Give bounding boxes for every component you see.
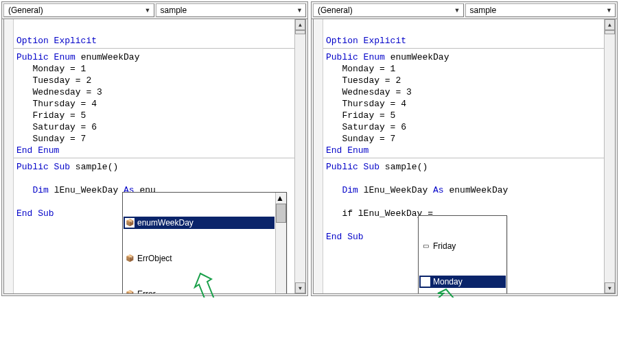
object-dropdown[interactable]: (General) ▼ — [313, 3, 464, 17]
intellisense-label: Error — [137, 289, 156, 293]
kw-option: Option Explicit — [16, 36, 97, 46]
left-pane: (General) ▼ sample ▼ Option Explicit Pub… — [1, 1, 308, 296]
dropdown-row: (General) ▼ sample ▼ — [312, 2, 617, 19]
root-container: (General) ▼ sample ▼ Option Explicit Pub… — [0, 0, 619, 298]
intellisense-item[interactable]: ▭Monday — [419, 276, 506, 288]
enum-name: enumWeekDay — [81, 52, 140, 62]
enum-member: Thursday = 4 — [32, 99, 97, 109]
class-icon: 📦 — [125, 289, 135, 293]
constant-icon: ▭ — [421, 277, 430, 287]
enum-member: Saturday = 6 — [342, 122, 406, 132]
scroll-down-icon[interactable]: ▼ — [605, 282, 615, 293]
intellisense-list: 📦enumWeekDay 📦ErrObject 📦Error 📦ErrorBar… — [123, 193, 275, 293]
chevron-down-icon: ▼ — [454, 7, 460, 14]
enum-member: Wednesday = 3 — [342, 87, 411, 97]
code-divider — [323, 48, 604, 49]
scroll-up-icon[interactable]: ▲ — [295, 19, 305, 30]
sub-decl: sample() — [385, 162, 428, 172]
chevron-down-icon: ▼ — [606, 7, 612, 14]
code-divider — [14, 48, 294, 49]
intellisense-popup[interactable]: ▭Friday ▭Monday ▭Saturday ▭Sunday ▭Thurs… — [418, 215, 507, 293]
intellisense-item[interactable]: 📦ErrObject — [124, 252, 275, 265]
intellisense-item[interactable]: 📦enumWeekDay — [124, 217, 275, 229]
right-pane: (General) ▼ sample ▼ Option Explicit Pub… — [311, 1, 618, 296]
editor-scrollbar[interactable]: ▲ ▼ — [604, 19, 615, 293]
code-editor-wrap: Option Explicit Public Enum enumWeekDay … — [313, 19, 616, 294]
dim-var: lEnu_WeekDay — [364, 185, 428, 195]
chevron-down-icon: ▼ — [296, 7, 303, 14]
intellisense-label: ErrObject — [137, 253, 172, 264]
enum-name: enumWeekDay — [390, 52, 449, 62]
enum-member: Sunday = 7 — [32, 134, 86, 144]
enum-member: Sunday = 7 — [342, 134, 395, 144]
kw-public-enum: Public Enum — [16, 52, 75, 62]
dim-var: lEnu_WeekDay — [54, 185, 119, 195]
object-dropdown-value: (General) — [318, 5, 353, 15]
enum-member: Tuesday = 2 — [32, 75, 91, 86]
kw-end-enum: End Enum — [16, 145, 59, 156]
editor-scrollbar[interactable]: ▲ ▼ — [294, 19, 305, 293]
enum-member: Wednesday = 3 — [32, 87, 102, 97]
enum-member: Monday = 1 — [32, 64, 86, 74]
enum-member: Thursday = 4 — [342, 99, 406, 109]
scroll-up-icon[interactable]: ▲ — [605, 19, 615, 30]
intellisense-label: enumWeekDay — [137, 217, 194, 228]
kw-end-sub: End Sub — [16, 208, 54, 219]
code-editor-wrap: Option Explicit Public Enum enumWeekDay … — [3, 19, 306, 294]
enum-member: Friday = 5 — [32, 110, 86, 121]
intellisense-popup[interactable]: 📦enumWeekDay 📦ErrObject 📦Error 📦ErrorBar… — [122, 192, 287, 293]
intellisense-scrollbar[interactable]: ▲ ▼ — [275, 193, 286, 293]
kw-dim: Dim — [342, 185, 358, 195]
procedure-dropdown[interactable]: sample ▼ — [156, 3, 307, 17]
kw-option: Option Explicit — [326, 36, 406, 46]
procedure-dropdown-value: sample — [161, 5, 187, 15]
chevron-down-icon: ▼ — [145, 7, 151, 14]
code-editor[interactable]: Option Explicit Public Enum enumWeekDay … — [323, 19, 604, 293]
intellisense-label: Friday — [433, 241, 456, 252]
kw-dim: Dim — [32, 185, 48, 195]
split-handle[interactable] — [295, 30, 305, 34]
kw-public-sub: Public Sub — [326, 162, 379, 172]
code-editor[interactable]: Option Explicit Public Enum enumWeekDay … — [14, 19, 294, 293]
editor-gutter — [314, 19, 323, 293]
code-divider — [323, 158, 604, 158]
object-dropdown-value: (General) — [8, 5, 43, 15]
intellisense-list: ▭Friday ▭Monday ▭Saturday ▭Sunday ▭Thurs… — [419, 216, 506, 293]
editor-gutter — [4, 19, 14, 293]
scroll-down-icon[interactable]: ▼ — [295, 282, 305, 293]
object-dropdown[interactable]: (General) ▼ — [3, 3, 154, 17]
scroll-thumb[interactable] — [276, 204, 286, 223]
class-icon: 📦 — [125, 218, 135, 228]
dropdown-row: (General) ▼ sample ▼ — [2, 2, 307, 19]
enum-member: Friday = 5 — [342, 110, 395, 121]
intellisense-item[interactable]: ▭Friday — [419, 240, 506, 252]
kw-public-sub: Public Sub — [16, 162, 70, 172]
code-divider — [14, 158, 294, 158]
kw-end-sub: End Sub — [326, 232, 364, 242]
enum-member: Saturday = 6 — [32, 122, 97, 132]
kw-end-enum: End Enum — [326, 145, 369, 156]
kw-public-enum: Public Enum — [326, 52, 385, 62]
procedure-dropdown-value: sample — [470, 5, 497, 15]
class-icon: 📦 — [125, 254, 135, 263]
intellisense-label: Monday — [433, 276, 463, 287]
enum-member: Monday = 1 — [342, 64, 395, 74]
procedure-dropdown[interactable]: sample ▼ — [465, 3, 616, 17]
kw-as: As — [433, 185, 444, 195]
constant-icon: ▭ — [421, 241, 430, 251]
intellisense-item[interactable]: 📦Error — [124, 288, 275, 293]
split-handle[interactable] — [605, 30, 615, 34]
enum-member: Tuesday = 2 — [342, 75, 401, 86]
scroll-up-icon[interactable]: ▲ — [276, 193, 286, 204]
as-type: enumWeekDay — [449, 185, 508, 195]
sub-decl: sample() — [75, 162, 118, 172]
